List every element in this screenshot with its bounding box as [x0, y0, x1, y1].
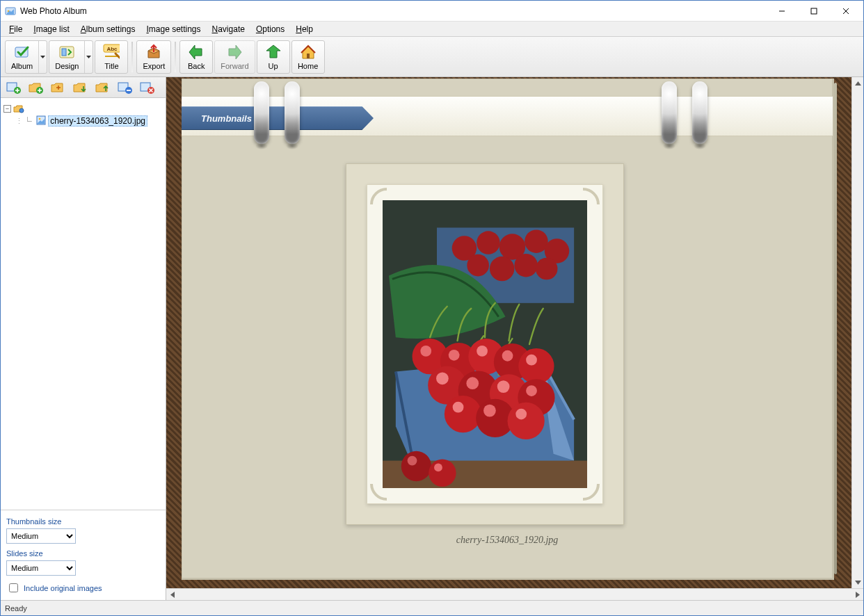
design-dropdown[interactable] — [84, 41, 93, 73]
binder-ring-icon — [662, 81, 677, 144]
minimize-button[interactable] — [766, 1, 798, 22]
menu-help[interactable]: Help — [290, 22, 319, 36]
up-label: Up — [269, 62, 278, 70]
scroll-left-button[interactable] — [166, 589, 178, 600]
album-dropdown[interactable] — [38, 41, 47, 73]
home-button[interactable]: Home — [291, 40, 325, 74]
back-button[interactable]: Back — [179, 40, 213, 74]
up-button[interactable]: Up — [257, 40, 290, 74]
image-list-toolbar — [1, 77, 166, 98]
svg-point-54 — [483, 405, 496, 417]
svg-point-21 — [39, 117, 41, 120]
binder-ring-icon — [692, 81, 707, 144]
add-folder-button[interactable] — [26, 79, 47, 97]
svg-rect-11 — [307, 54, 310, 58]
svg-point-60 — [429, 460, 456, 487]
thumbnail-frame — [367, 184, 603, 504]
design-button[interactable]: Design — [49, 40, 93, 74]
svg-point-41 — [518, 348, 554, 384]
toolbar-separator-2 — [175, 42, 176, 72]
svg-point-31 — [514, 254, 538, 277]
album-check-icon — [14, 44, 31, 60]
scroll-down-button[interactable] — [852, 576, 863, 588]
image-tree[interactable]: − ⋮ └╴ cherry-1534063_1920.jpg — [1, 98, 166, 510]
forward-label: Forward — [221, 62, 248, 70]
collapse-icon[interactable]: − — [3, 105, 11, 113]
folder-open-button[interactable] — [48, 79, 69, 97]
slides-size-select[interactable]: Medium — [6, 560, 76, 576]
slides-size-label: Slides size — [6, 549, 160, 558]
title-button[interactable]: Abc Title — [95, 40, 128, 74]
back-label: Back — [188, 62, 205, 70]
svg-point-55 — [508, 403, 545, 439]
horizontal-scrollbar[interactable] — [166, 588, 863, 600]
close-button[interactable] — [830, 1, 862, 22]
left-options: Thumbnails size Medium Slides size Mediu… — [1, 510, 166, 600]
svg-point-52 — [453, 402, 464, 413]
menu-image-list[interactable]: Image list — [28, 22, 74, 36]
svg-point-32 — [536, 258, 558, 280]
toolbar-separator — [131, 42, 133, 72]
folder-down-button[interactable] — [70, 79, 91, 97]
svg-point-29 — [467, 254, 489, 277]
svg-point-19 — [19, 108, 24, 113]
svg-point-38 — [477, 346, 488, 357]
design-icon — [58, 44, 75, 60]
delete-image-button[interactable] — [137, 79, 158, 97]
scroll-right-button[interactable] — [851, 589, 863, 600]
menu-navigate[interactable]: Navigate — [207, 22, 250, 36]
menu-image-settings[interactable]: Image settings — [141, 22, 206, 36]
remove-image-button[interactable] — [115, 79, 136, 97]
album-button[interactable]: Album — [5, 40, 47, 74]
svg-point-25 — [477, 231, 500, 254]
forward-button: Forward — [214, 40, 255, 74]
menu-album-settings[interactable]: Album settings — [75, 22, 141, 36]
album-page: Thumbnails — [182, 79, 834, 580]
maximize-button[interactable] — [798, 1, 830, 22]
svg-point-44 — [436, 372, 449, 384]
thumbnail-photo — [383, 200, 587, 488]
window-title: Web Photo Album — [20, 6, 87, 16]
svg-point-40 — [502, 350, 513, 362]
thumbnail-caption: cherry-1534063_1920.jpg — [182, 535, 833, 546]
scroll-up-button[interactable] — [852, 77, 863, 89]
home-icon — [300, 44, 317, 60]
export-button[interactable]: Export — [136, 40, 171, 74]
export-box-icon — [145, 44, 162, 60]
back-arrow-icon — [188, 44, 205, 60]
title-bar: Web Photo Album — [1, 1, 863, 22]
design-label: Design — [55, 62, 79, 70]
status-bar: Ready — [1, 600, 863, 615]
include-original-row[interactable]: Include original images — [6, 581, 160, 594]
ribbon-label: Thumbnails — [201, 113, 252, 124]
title-label: Title — [104, 62, 118, 70]
image-file-icon — [36, 115, 46, 127]
binder-ring-icon — [254, 81, 269, 144]
main-toolbar: Album Design Abc Title Export Back Forwa… — [1, 37, 863, 77]
svg-point-59 — [408, 456, 417, 466]
include-original-label: Include original images — [24, 584, 102, 592]
thumbnail-card[interactable] — [346, 163, 624, 525]
svg-point-30 — [490, 257, 514, 281]
svg-point-48 — [497, 380, 510, 393]
svg-point-61 — [434, 464, 442, 472]
thumbnails-size-select[interactable]: Medium — [6, 528, 76, 544]
folder-up-button[interactable] — [93, 79, 113, 97]
svg-point-51 — [445, 396, 481, 432]
menu-file[interactable]: File — [3, 22, 28, 36]
app-icon — [5, 6, 16, 17]
add-image-button[interactable] — [3, 79, 24, 97]
vertical-scrollbar[interactable] — [851, 77, 863, 588]
tree-item[interactable]: ⋮ └╴ cherry-1534063_1920.jpg — [15, 115, 163, 127]
tree-item-label[interactable]: cherry-1534063_1920.jpg — [48, 115, 147, 127]
tree-root[interactable]: − — [3, 102, 163, 115]
svg-text:Abc: Abc — [107, 46, 118, 52]
binder-ring-icon — [285, 81, 300, 144]
title-abc-icon: Abc — [103, 44, 120, 60]
include-original-checkbox[interactable] — [9, 583, 18, 592]
svg-point-27 — [525, 229, 548, 253]
home-label: Home — [298, 62, 318, 70]
svg-point-36 — [449, 350, 460, 361]
export-label: Export — [143, 62, 165, 70]
menu-options[interactable]: Options — [250, 22, 290, 36]
